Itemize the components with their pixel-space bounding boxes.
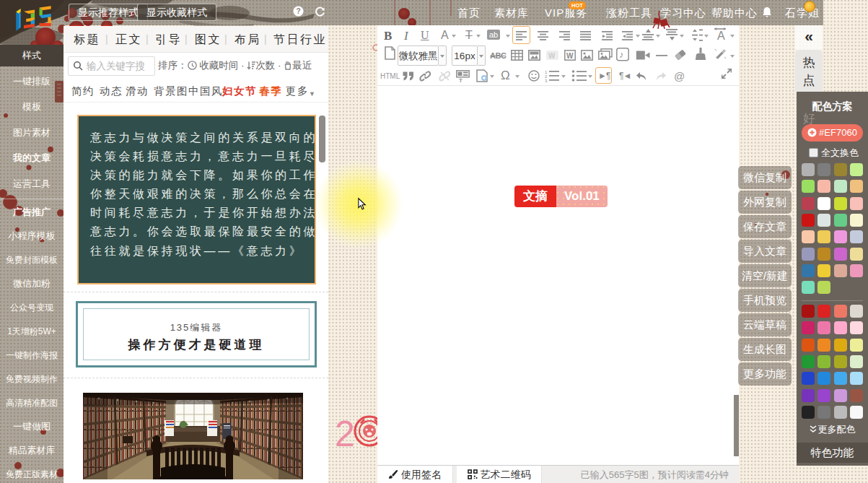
svg-text:3: 3 <box>545 79 548 82</box>
svg-text:W: W <box>548 52 556 60</box>
svg-text:2: 2 <box>335 414 355 454</box>
svg-text:T: T <box>459 77 463 82</box>
svg-text:W: W <box>566 52 574 60</box>
svg-text:♪: ♪ <box>619 49 624 60</box>
svg-text:A: A <box>717 30 725 42</box>
svg-text:?: ? <box>296 7 300 15</box>
